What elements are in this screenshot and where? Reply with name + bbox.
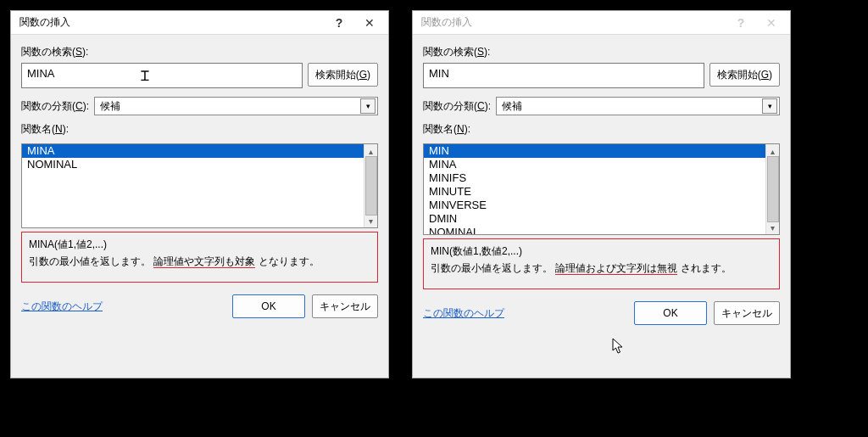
scrollbar[interactable]: ▴ ▾: [765, 144, 779, 234]
function-signature: MIN(数値1,数値2,...): [431, 244, 772, 259]
list-item[interactable]: NOMINAL: [424, 226, 765, 234]
text-cursor-icon: Ꮖ: [141, 69, 150, 82]
function-description: MIN(数値1,数値2,...) 引数の最小値を返します。 論理値および文字列は…: [423, 238, 780, 289]
scrollbar[interactable]: ▴ ▾: [364, 144, 377, 227]
help-link[interactable]: この関数のヘルプ: [21, 300, 225, 314]
scroll-up-icon[interactable]: ▴: [369, 146, 373, 156]
dialog-title: 関数の挿入: [421, 15, 726, 30]
cancel-button[interactable]: キャンセル: [312, 294, 378, 318]
scroll-thumb[interactable]: [365, 156, 377, 216]
titlebar: 関数の挿入 ? ✕: [413, 11, 790, 35]
list-item[interactable]: MINA: [22, 144, 364, 158]
list-item[interactable]: NOMINAL: [22, 158, 364, 171]
help-icon[interactable]: ?: [726, 12, 756, 34]
list-item[interactable]: DMIN: [424, 212, 765, 226]
help-icon[interactable]: ?: [324, 12, 354, 34]
search-input[interactable]: MINA Ꮖ: [21, 63, 303, 88]
cancel-button[interactable]: キャンセル: [714, 301, 780, 325]
function-name-label: 関数名(N):: [423, 122, 780, 137]
category-label: 関数の分類(C):: [21, 99, 89, 114]
close-icon[interactable]: ✕: [756, 12, 787, 34]
list-item[interactable]: MINA: [424, 158, 765, 171]
insert-function-dialog-left: 関数の挿入 ? ✕ 関数の検索(S): MINA Ꮖ 検索開始(G) 関数の分類…: [10, 10, 389, 378]
function-signature: MINA(値1,値2,...): [29, 238, 370, 252]
search-label: 関数の検索(S):: [423, 45, 780, 59]
scroll-thumb[interactable]: [767, 156, 779, 222]
category-select[interactable]: 候補 ▾: [94, 97, 378, 115]
scroll-down-icon[interactable]: ▾: [771, 222, 775, 233]
chevron-down-icon: ▾: [762, 98, 777, 114]
help-link[interactable]: この関数のヘルプ: [423, 306, 627, 321]
close-icon[interactable]: ✕: [354, 12, 385, 34]
list-item[interactable]: MINVERSE: [424, 199, 765, 212]
scroll-up-icon[interactable]: ▴: [771, 146, 775, 156]
ok-button[interactable]: OK: [634, 301, 707, 325]
search-label: 関数の検索(S):: [21, 45, 378, 59]
function-description: MINA(値1,値2,...) 引数の最小値を返します。 論理値や文字列も対象 …: [21, 232, 378, 283]
dialog-title: 関数の挿入: [19, 15, 324, 30]
insert-function-dialog-right: 関数の挿入 ? ✕ 関数の検索(S): MIN 検索開始(G) 関数の分類(C)…: [412, 10, 791, 378]
search-start-button[interactable]: 検索開始(G): [308, 63, 378, 87]
category-select[interactable]: 候補 ▾: [496, 97, 780, 115]
titlebar: 関数の挿入 ? ✕: [11, 11, 388, 35]
search-input[interactable]: MIN: [423, 63, 704, 88]
ok-button[interactable]: OK: [232, 294, 305, 318]
list-item[interactable]: MINUTE: [424, 185, 765, 199]
function-name-label: 関数名(N):: [21, 122, 378, 137]
scroll-down-icon[interactable]: ▾: [369, 216, 373, 226]
search-start-button[interactable]: 検索開始(G): [709, 63, 780, 87]
category-label: 関数の分類(C):: [423, 99, 491, 114]
chevron-down-icon: ▾: [360, 98, 376, 114]
function-list[interactable]: MINA NOMINAL ▴ ▾: [21, 143, 378, 228]
function-list[interactable]: MIN MINA MINIFS MINUTE MINVERSE DMIN NOM…: [423, 143, 780, 235]
list-item[interactable]: MINIFS: [424, 171, 765, 185]
list-item[interactable]: MIN: [424, 144, 765, 158]
